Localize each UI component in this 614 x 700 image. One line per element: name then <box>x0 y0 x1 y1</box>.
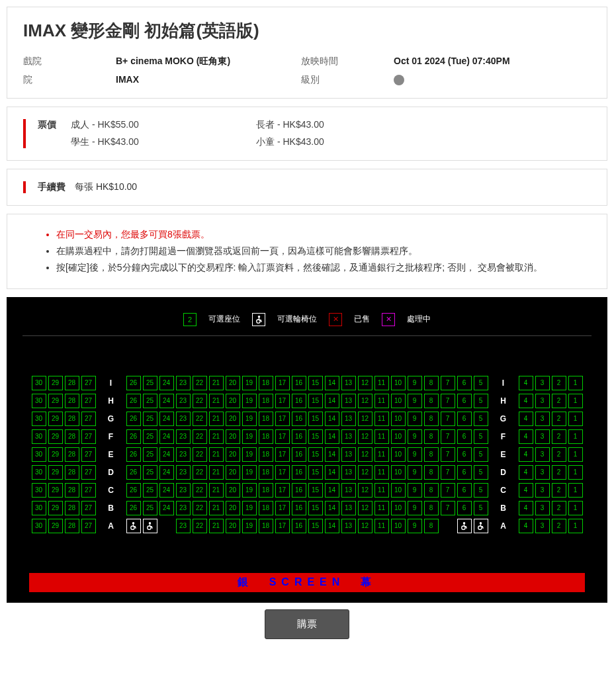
seat-G-22[interactable]: 22 <box>193 412 207 426</box>
seat-B-2[interactable]: 2 <box>552 501 566 515</box>
seat-E-25[interactable]: 25 <box>143 447 157 462</box>
seat-E-13[interactable]: 13 <box>341 447 356 462</box>
seat-D-2[interactable]: 2 <box>552 465 566 480</box>
seat-G-28[interactable]: 28 <box>65 412 79 426</box>
seat-A-12[interactable]: 12 <box>358 519 373 533</box>
seat-D-10[interactable]: 10 <box>391 465 406 480</box>
seat-A-18[interactable]: 18 <box>259 519 273 533</box>
seat-D-17[interactable]: 17 <box>275 465 290 480</box>
seat-A-28[interactable]: 28 <box>65 519 79 533</box>
seat-H-19[interactable]: 19 <box>242 394 257 408</box>
seat-C-15[interactable]: 15 <box>308 483 323 498</box>
seat-H-3[interactable]: 3 <box>535 394 550 408</box>
seat-G-5[interactable]: 5 <box>474 412 488 426</box>
seat-A-13[interactable]: 13 <box>341 519 356 533</box>
seat-F-8[interactable]: 8 <box>424 429 439 444</box>
seat-E-11[interactable]: 11 <box>374 447 389 462</box>
seat-D-24[interactable]: 24 <box>159 465 174 480</box>
seat-H-9[interactable]: 9 <box>408 394 422 408</box>
seat-B-19[interactable]: 19 <box>242 501 257 515</box>
seat-C-9[interactable]: 9 <box>408 483 422 498</box>
seat-H-25[interactable]: 25 <box>143 394 157 408</box>
seat-B-8[interactable]: 8 <box>424 501 439 515</box>
seat-A-11[interactable]: 11 <box>374 519 389 533</box>
seat-E-30[interactable]: 30 <box>32 447 46 462</box>
seat-C-20[interactable]: 20 <box>226 483 240 498</box>
seat-E-12[interactable]: 12 <box>358 447 373 462</box>
seat-C-8[interactable]: 8 <box>424 483 439 498</box>
seat-A-20[interactable]: 20 <box>226 519 240 533</box>
seat-C-10[interactable]: 10 <box>391 483 406 498</box>
seat-E-9[interactable]: 9 <box>408 447 422 462</box>
seat-C-3[interactable]: 3 <box>535 483 550 498</box>
seat-E-24[interactable]: 24 <box>159 447 174 462</box>
seat-E-19[interactable]: 19 <box>242 447 257 462</box>
seat-E-14[interactable]: 14 <box>325 447 339 462</box>
seat-B-30[interactable]: 30 <box>32 501 46 515</box>
seat-F-22[interactable]: 22 <box>193 429 207 444</box>
seat-H-26[interactable]: 26 <box>126 394 141 408</box>
seat-E-29[interactable]: 29 <box>48 447 63 462</box>
seat-F-17[interactable]: 17 <box>275 429 290 444</box>
seat-D-25[interactable]: 25 <box>143 465 157 480</box>
seat-G-27[interactable]: 27 <box>81 412 96 426</box>
seat-I-9[interactable]: 9 <box>408 376 422 390</box>
seat-G-1[interactable]: 1 <box>568 412 583 426</box>
seat-I-23[interactable]: 23 <box>176 376 191 390</box>
seat-H-17[interactable]: 17 <box>275 394 290 408</box>
seat-H-21[interactable]: 21 <box>209 394 224 408</box>
seat-E-8[interactable]: 8 <box>424 447 439 462</box>
seat-E-22[interactable]: 22 <box>193 447 207 462</box>
seat-I-22[interactable]: 22 <box>193 376 207 390</box>
seat-I-30[interactable]: 30 <box>32 376 46 390</box>
seat-C-14[interactable]: 14 <box>325 483 339 498</box>
seat-G-21[interactable]: 21 <box>209 412 224 426</box>
seat-H-2[interactable]: 2 <box>552 394 566 408</box>
seat-I-8[interactable]: 8 <box>424 376 439 390</box>
seat-B-11[interactable]: 11 <box>374 501 389 515</box>
seat-D-14[interactable]: 14 <box>325 465 339 480</box>
seat-B-26[interactable]: 26 <box>126 501 141 515</box>
seat-D-12[interactable]: 12 <box>358 465 373 480</box>
seat-B-12[interactable]: 12 <box>358 501 373 515</box>
seat-H-29[interactable]: 29 <box>48 394 63 408</box>
seat-C-21[interactable]: 21 <box>209 483 224 498</box>
seat-E-5[interactable]: 5 <box>474 447 488 462</box>
seat-I-10[interactable]: 10 <box>391 376 406 390</box>
seat-E-26[interactable]: 26 <box>126 447 141 462</box>
seat-I-17[interactable]: 17 <box>275 376 290 390</box>
seat-H-28[interactable]: 28 <box>65 394 79 408</box>
seat-C-1[interactable]: 1 <box>568 483 583 498</box>
seat-I-16[interactable]: 16 <box>292 376 306 390</box>
seat-D-27[interactable]: 27 <box>81 465 96 480</box>
wheelchair-seat-A-L1[interactable] <box>126 519 141 533</box>
seat-A-16[interactable]: 16 <box>292 519 306 533</box>
seat-C-17[interactable]: 17 <box>275 483 290 498</box>
seat-H-18[interactable]: 18 <box>259 394 273 408</box>
seat-G-3[interactable]: 3 <box>535 412 550 426</box>
seat-I-21[interactable]: 21 <box>209 376 224 390</box>
seat-F-25[interactable]: 25 <box>143 429 157 444</box>
seat-F-24[interactable]: 24 <box>159 429 174 444</box>
seat-E-6[interactable]: 6 <box>457 447 472 462</box>
seat-H-30[interactable]: 30 <box>32 394 46 408</box>
seat-B-1[interactable]: 1 <box>568 501 583 515</box>
seat-A-27[interactable]: 27 <box>81 519 96 533</box>
seat-B-24[interactable]: 24 <box>159 501 174 515</box>
seat-G-18[interactable]: 18 <box>259 412 273 426</box>
seat-D-28[interactable]: 28 <box>65 465 79 480</box>
seat-E-3[interactable]: 3 <box>535 447 550 462</box>
wheelchair-seat-A-R1[interactable] <box>457 519 472 533</box>
seat-D-20[interactable]: 20 <box>226 465 240 480</box>
seat-C-7[interactable]: 7 <box>441 483 455 498</box>
seat-D-6[interactable]: 6 <box>457 465 472 480</box>
seat-D-21[interactable]: 21 <box>209 465 224 480</box>
seat-I-27[interactable]: 27 <box>81 376 96 390</box>
seat-I-7[interactable]: 7 <box>441 376 455 390</box>
seat-A-10[interactable]: 10 <box>391 519 406 533</box>
seat-H-24[interactable]: 24 <box>159 394 174 408</box>
seat-E-2[interactable]: 2 <box>552 447 566 462</box>
seat-F-7[interactable]: 7 <box>441 429 455 444</box>
seat-D-19[interactable]: 19 <box>242 465 257 480</box>
seat-D-29[interactable]: 29 <box>48 465 63 480</box>
